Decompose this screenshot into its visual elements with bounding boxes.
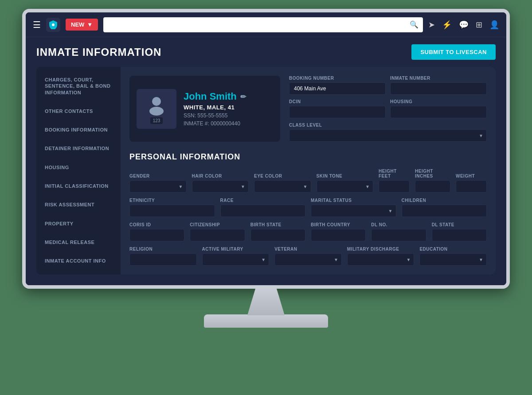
education-field: EDUCATION <box>419 247 487 266</box>
active-military-field: ACTIVE MILITARY <box>202 247 270 266</box>
inmate-photo-section: 123 John Smith ✏ WHITE, MALE, 41 SSN: <box>129 76 280 142</box>
edit-icon[interactable]: ✏ <box>240 93 246 101</box>
citizenship-input[interactable] <box>190 229 245 241</box>
top-navigation: ☰ NEW ▼ 🔍 ➤ ⚡ 💬 ⊞ <box>26 12 506 37</box>
sidebar-item-risk[interactable]: RISK ASSESSMENT <box>36 195 121 214</box>
sidebar-item-other-contacts[interactable]: OTHER CONTACTS <box>36 102 121 120</box>
dl-state-field: DL STATE <box>432 222 487 241</box>
inmate-info: John Smith ✏ WHITE, MALE, 41 SSN: 555-55… <box>184 91 273 127</box>
housing-input[interactable] <box>390 106 487 118</box>
hamburger-icon[interactable]: ☰ <box>33 19 41 30</box>
gender-field: GENDER <box>129 174 187 193</box>
veteran-select[interactable] <box>274 253 342 266</box>
ethnicity-input[interactable] <box>129 205 215 217</box>
hair-color-select[interactable] <box>192 180 249 193</box>
location-icon[interactable]: ➤ <box>428 20 435 30</box>
marital-status-field: MARITAL STATUS <box>311 198 396 217</box>
logo-shield-icon[interactable] <box>46 18 60 32</box>
skin-tone-select[interactable] <box>317 180 374 193</box>
children-field: CHILDREN <box>402 198 487 217</box>
education-label: EDUCATION <box>419 247 487 252</box>
lightning-icon[interactable]: ⚡ <box>442 20 452 30</box>
birth-state-input[interactable] <box>250 229 305 241</box>
sidebar-item-medical[interactable]: MEDICAL RELEASE <box>36 233 121 252</box>
birth-country-field: BIRTH COUNTRY <box>311 222 366 241</box>
avatar: 123 <box>137 89 176 129</box>
birth-state-field: BIRTH STATE <box>250 222 305 241</box>
personal-info-title: PERSONAL INFORMATION <box>129 152 487 162</box>
active-military-label: ACTIVE MILITARY <box>202 247 270 252</box>
search-input[interactable] <box>108 21 410 28</box>
sidebar-item-initial-class[interactable]: INITIAL CLASSIFICATION <box>36 177 121 195</box>
dl-no-input[interactable] <box>371 229 426 241</box>
military-discharge-select[interactable] <box>347 253 415 266</box>
sidebar-item-account[interactable]: INMATE ACCOUNT INFO <box>36 252 121 270</box>
sidebar-item-charges[interactable]: CHARGES, COURT, SENTENCE, BAIL & BOND IN… <box>36 70 121 102</box>
marital-status-select[interactable] <box>311 205 396 217</box>
grid-icon[interactable]: ⊞ <box>476 20 482 30</box>
sidebar-item-booking[interactable]: BOOKING INFORMATION <box>36 120 121 139</box>
skin-tone-label: SKIN TONE <box>317 174 374 178</box>
personal-info-section: PERSONAL INFORMATION GENDER <box>129 152 487 266</box>
dl-state-input[interactable] <box>432 229 487 241</box>
religion-field: RELIGION <box>129 247 197 266</box>
citizenship-field: CITIZENSHIP <box>190 222 245 241</box>
hair-color-field: HAIR COLOR <box>192 174 249 193</box>
svg-point-0 <box>52 23 55 26</box>
monitor-stand-base <box>204 314 328 328</box>
page-header: INMATE INFORMATION SUBMIT TO LIVESCAN <box>36 44 496 60</box>
sidebar-item-detainer[interactable]: DETAINER INFORMATION <box>36 139 121 158</box>
sidebar-item-property[interactable]: PROPERTY <box>36 214 121 233</box>
new-button[interactable]: NEW ▼ <box>66 19 98 31</box>
svg-point-1 <box>152 97 161 106</box>
weight-field: WEIGHT <box>456 174 487 193</box>
class-level-field: CLASS LEVEL <box>289 123 487 142</box>
weight-input[interactable] <box>456 180 487 193</box>
ethnicity-field: ETHNICITY <box>129 198 215 217</box>
birth-country-label: BIRTH COUNTRY <box>311 222 366 227</box>
coris-id-input[interactable] <box>129 229 184 241</box>
search-icon[interactable]: 🔍 <box>410 20 419 29</box>
height-feet-input[interactable] <box>379 180 410 193</box>
children-label: CHILDREN <box>402 198 487 203</box>
gender-label: GENDER <box>129 174 187 178</box>
booking-number-input[interactable] <box>289 82 386 95</box>
sidebar: CHARGES, COURT, SENTENCE, BAIL & BOND IN… <box>36 67 121 275</box>
military-discharge-label: MILITARY DISCHARGE <box>347 247 415 252</box>
religion-input[interactable] <box>129 253 197 266</box>
monitor-screen: ☰ NEW ▼ 🔍 ➤ ⚡ 💬 ⊞ <box>22 9 510 289</box>
height-inches-input[interactable] <box>415 180 450 193</box>
dl-no-field: DL NO. <box>371 222 426 241</box>
veteran-field: VETERAN <box>274 247 342 266</box>
gender-select[interactable] <box>129 180 187 193</box>
dcin-input[interactable] <box>289 106 386 118</box>
race-input[interactable] <box>220 205 306 217</box>
page-title: INMATE INFORMATION <box>36 46 161 58</box>
monitor-stand-neck <box>239 289 293 315</box>
housing-field: HOUSING <box>390 99 487 118</box>
coris-id-field: CORIS ID <box>129 222 184 241</box>
skin-tone-field: SKIN TONE <box>317 174 374 193</box>
submit-livescan-button[interactable]: SUBMIT TO LIVESCAN <box>411 44 496 60</box>
search-bar: 🔍 <box>103 17 423 32</box>
class-level-select[interactable] <box>289 129 487 142</box>
inmate-number-input[interactable] <box>390 82 487 95</box>
personal-row-3: CORIS ID CITIZENSHIP BIRTH STATE <box>129 222 487 241</box>
chat-icon[interactable]: 💬 <box>459 20 469 30</box>
race-label: RACE <box>220 198 306 203</box>
dcin-label: DCIN <box>289 99 386 104</box>
user-icon[interactable]: 👤 <box>489 20 499 30</box>
eye-color-label: EYE COLOR <box>254 174 311 178</box>
height-inches-field: HEIGHT INCHES <box>415 169 450 193</box>
sidebar-item-housing[interactable]: HOUSING <box>36 158 121 177</box>
active-military-select[interactable] <box>202 253 270 266</box>
birth-country-input[interactable] <box>311 229 366 241</box>
personal-row-2: ETHNICITY RACE MARITAL STATUS <box>129 198 487 217</box>
children-input[interactable] <box>402 205 487 217</box>
education-select[interactable] <box>419 253 487 266</box>
booking-number-field: BOOKING NUMBER <box>289 76 386 95</box>
eye-color-select[interactable] <box>254 180 311 193</box>
main-area: INMATE INFORMATION SUBMIT TO LIVESCAN CH… <box>26 37 506 285</box>
booking-fields: BOOKING NUMBER INMATE NUMBER DCIN <box>289 76 487 142</box>
booking-number-label: BOOKING NUMBER <box>289 76 386 81</box>
